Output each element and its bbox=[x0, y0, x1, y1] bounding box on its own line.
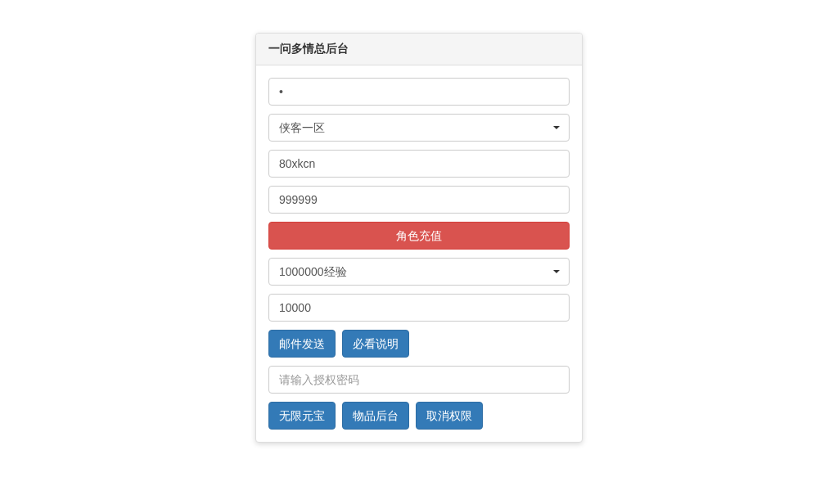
cancel-permission-button[interactable]: 取消权限 bbox=[416, 402, 483, 430]
type-select[interactable]: 1000000经验 bbox=[268, 258, 570, 286]
unlimited-gold-button[interactable]: 无限元宝 bbox=[268, 402, 336, 430]
must-read-button[interactable]: 必看说明 bbox=[342, 330, 409, 358]
server-select[interactable]: 侠客一区 bbox=[268, 114, 570, 142]
send-mail-button[interactable]: 邮件发送 bbox=[268, 330, 336, 358]
admin-panel: 一问多情总后台 侠客一区 角色充值 1000000经验 邮件发送 必看说明 无限… bbox=[255, 33, 583, 443]
item-backend-button[interactable]: 物品后台 bbox=[342, 402, 409, 430]
button-row-2: 无限元宝 物品后台 取消权限 bbox=[268, 402, 570, 430]
quantity-input[interactable] bbox=[268, 294, 570, 322]
amount-input[interactable] bbox=[268, 186, 570, 214]
auth-code-input[interactable] bbox=[268, 366, 570, 394]
panel-title: 一问多情总后台 bbox=[256, 34, 582, 65]
panel-body: 侠客一区 角色充值 1000000经验 邮件发送 必看说明 无限元宝 物品后台 … bbox=[256, 65, 582, 442]
server-select-toggle[interactable]: 侠客一区 bbox=[268, 114, 570, 142]
recharge-button[interactable]: 角色充值 bbox=[268, 222, 570, 250]
account-input[interactable] bbox=[268, 150, 570, 178]
button-row-1: 邮件发送 必看说明 bbox=[268, 330, 570, 358]
type-select-toggle[interactable]: 1000000经验 bbox=[268, 258, 570, 286]
password-input[interactable] bbox=[268, 78, 570, 106]
